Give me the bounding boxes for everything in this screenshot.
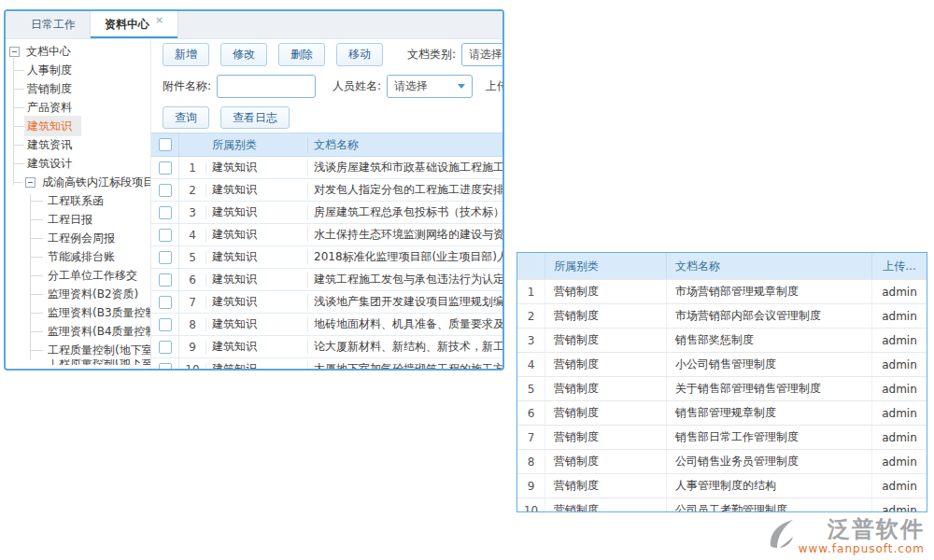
- table-row[interactable]: 8 建筑知识 地砖地面材料、机具准备、质量要求及...: [151, 314, 502, 336]
- table-row[interactable]: 10 营销制度 公司员工考勤管理制度 admin: [517, 497, 927, 512]
- row-uploader: admin: [872, 450, 927, 473]
- add-button[interactable]: 新增: [163, 43, 209, 65]
- row-category: 营销制度: [545, 426, 667, 449]
- close-icon[interactable]: ×: [155, 14, 163, 26]
- sidebar-item-document-center[interactable]: 文档中心: [6, 42, 150, 61]
- row-checkbox[interactable]: [159, 341, 172, 354]
- table-row[interactable]: 6 营销制度 销售部管理规章制度 admin: [517, 400, 927, 425]
- row-checkbox[interactable]: [159, 206, 172, 219]
- view-log-button[interactable]: 查看日志: [220, 106, 290, 129]
- row-category: 建筑知识: [206, 249, 308, 265]
- row-index: 9: [517, 474, 545, 497]
- table-row[interactable]: 4 建筑知识 水土保持生态环境监测网络的建设与资...: [151, 224, 502, 246]
- tab-daily-work[interactable]: 日常工作: [17, 11, 90, 38]
- collapse-icon[interactable]: [9, 47, 20, 57]
- sidebar-item-project-child[interactable]: 分工单位工作移交: [6, 266, 150, 285]
- table-row[interactable]: 2 建筑知识 对发包人指定分包的工程施工进度安排...: [151, 179, 502, 202]
- sidebar-item-project-child[interactable]: 工程联系函: [6, 191, 150, 210]
- row-doc-name: 浅谈地产集团开发建设项目监理规划编...: [308, 294, 502, 310]
- row-doc-name: 市场营销部内部会议管理制度: [667, 304, 872, 328]
- sidebar-item-partial[interactable]: 工程质量控制(地下室): [6, 359, 150, 365]
- table-header-row: 所属别类 文档名称: [151, 133, 502, 157]
- doc-category-select[interactable]: 请选择: [461, 43, 502, 66]
- select-value: 请选择: [394, 78, 428, 94]
- collapse-icon[interactable]: [25, 177, 35, 188]
- table-row[interactable]: 1 营销制度 市场营销部管理规章制度 admin: [517, 279, 927, 303]
- row-checkbox[interactable]: [159, 251, 172, 264]
- row-uploader: admin: [872, 401, 927, 425]
- row-checkbox[interactable]: [159, 296, 172, 309]
- person-name-select[interactable]: 请选择: [387, 75, 473, 98]
- table-row[interactable]: 2 营销制度 市场营销部内部会议管理制度 admin: [517, 303, 927, 328]
- table-row[interactable]: 7 营销制度 销售部日常工作管理制度 admin: [517, 425, 927, 449]
- table-body: 1 营销制度 市场营销部管理规章制度 admin 2 营销制度 市场营销部内部会…: [517, 279, 927, 512]
- row-index: 2: [517, 304, 545, 328]
- row-checkbox[interactable]: [159, 184, 172, 197]
- sidebar-item-product-data[interactable]: 产品资料: [6, 98, 150, 117]
- tab-data-center[interactable]: 资料中心 ×: [90, 11, 178, 38]
- sidebar-item-project-child[interactable]: 工程日报: [6, 210, 150, 229]
- sidebar-item-project-child[interactable]: 节能减排台账: [6, 247, 150, 266]
- row-uploader: admin: [872, 498, 927, 512]
- row-checkbox[interactable]: [159, 318, 172, 331]
- table-row[interactable]: 3 营销制度 销售部奖惩制度 admin: [517, 328, 927, 352]
- table-row[interactable]: 8 营销制度 公司销售业务员管理制度 admin: [517, 449, 927, 473]
- attachment-name-input[interactable]: [217, 75, 316, 98]
- row-index: 2: [179, 184, 206, 197]
- row-checkbox[interactable]: [159, 161, 172, 175]
- tree-label: 工程质量控制(地下室): [45, 341, 151, 359]
- sidebar-item-construction-knowledge-selected[interactable]: 建筑知识: [6, 117, 150, 135]
- tree-label: 文档中心: [23, 42, 74, 61]
- tree-label-selected: 建筑知识: [24, 116, 81, 136]
- row-category: 营销制度: [545, 353, 667, 376]
- row-checkbox[interactable]: [159, 229, 172, 242]
- tree-label: 营销制度: [24, 79, 75, 98]
- logo-url[interactable]: www.fanpusoft.com: [799, 542, 925, 555]
- row-category: 建筑知识: [206, 294, 308, 310]
- table-row[interactable]: 5 建筑知识 2018标准化监理项目部(业主项目部)人员...: [151, 246, 502, 269]
- select-all-checkbox[interactable]: [159, 138, 172, 151]
- sidebar-item-project-child[interactable]: 监理资料(B2资质): [6, 285, 150, 303]
- table-row[interactable]: 3 建筑知识 房屋建筑工程总承包投标书（技术标）...: [151, 202, 502, 224]
- sidebar-item-project-child[interactable]: 监理资料(B3质量控制): [6, 303, 150, 322]
- sidebar-item-project-child[interactable]: 监理资料(B4质量控制): [6, 322, 150, 341]
- row-index: 5: [517, 377, 545, 400]
- table-row[interactable]: 4 营销制度 小公司销售管理制度 admin: [517, 352, 927, 376]
- table-row[interactable]: 9 营销制度 人事管理制度的结构 admin: [517, 473, 927, 497]
- row-doc-name: 论大厦新材料、新结构、新技术，新工...: [308, 339, 502, 355]
- edit-button[interactable]: 修改: [220, 43, 267, 65]
- table-row[interactable]: 10 建筑知识 大厦地下室加气砼墙砌筑工程的施工方...: [151, 358, 502, 369]
- row-uploader: admin: [872, 377, 927, 400]
- sidebar-item-project-root[interactable]: 成渝高铁内江标段项目: [6, 173, 150, 191]
- row-index: 7: [517, 426, 545, 449]
- table-row[interactable]: 9 建筑知识 论大厦新材料、新结构、新技术，新工...: [151, 336, 502, 358]
- table-row[interactable]: 1 建筑知识 浅谈房屋建筑和市政基础设施工程施工...: [151, 157, 502, 179]
- row-checkbox[interactable]: [159, 273, 172, 287]
- row-index: 6: [179, 273, 206, 287]
- row-category: 建筑知识: [206, 204, 308, 220]
- table-row[interactable]: 5 营销制度 关于销售部管理销售管理制度 admin: [517, 376, 927, 400]
- action-row: 查询 查看日志: [151, 103, 502, 133]
- row-uploader: admin: [872, 474, 927, 497]
- row-doc-name: 关于销售部管理销售管理制度: [667, 377, 872, 400]
- sidebar-item-marketing-policy[interactable]: 营销制度: [6, 79, 150, 98]
- tree-label: 工程例会周报: [45, 229, 118, 247]
- tree-label: 工程质量控制(地下室): [45, 359, 150, 365]
- sidebar-item-project-child[interactable]: 工程例会周报: [6, 229, 150, 247]
- row-index: 1: [179, 161, 206, 175]
- row-doc-name: 公司员工考勤管理制度: [667, 498, 872, 512]
- table-row[interactable]: 7 建筑知识 浅谈地产集团开发建设项目监理规划编...: [151, 291, 502, 314]
- sidebar-item-hr-policy[interactable]: 人事制度: [6, 61, 150, 79]
- delete-button[interactable]: 删除: [278, 43, 325, 65]
- move-button[interactable]: 移动: [336, 43, 383, 65]
- sidebar-item-construction-design[interactable]: 建筑设计: [6, 154, 150, 173]
- table-row[interactable]: 6 建筑知识 建筑工程施工发包与承包违法行为认定...: [151, 269, 502, 291]
- sidebar-item-construction-news[interactable]: 建筑资讯: [6, 135, 150, 154]
- row-checkbox[interactable]: [159, 363, 172, 370]
- row-category: 营销制度: [545, 498, 667, 512]
- sidebar-item-project-child[interactable]: 工程质量控制(地下室): [6, 341, 150, 359]
- query-button[interactable]: 查询: [163, 106, 209, 129]
- row-doc-name: 大厦地下室加气砼墙砌筑工程的施工方...: [308, 361, 502, 369]
- tree-label: 工程联系函: [45, 191, 106, 210]
- tab-label: 日常工作: [31, 17, 76, 33]
